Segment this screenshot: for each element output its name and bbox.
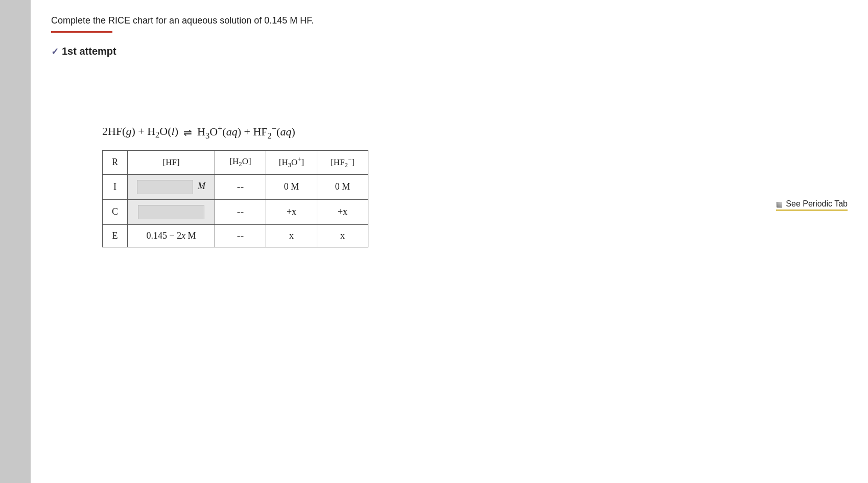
cell-c-h2o: -- <box>215 199 266 224</box>
col-header-hf2: [HF2−] <box>317 150 368 174</box>
cell-e-hf2: x <box>317 224 368 247</box>
row-label-e: E <box>103 224 128 247</box>
col-header-h2o: [H2O] <box>215 150 266 174</box>
table-row-e: E 0.145 − 2x M -- x x <box>103 224 368 247</box>
periodic-table-icon: ▦ <box>776 200 783 208</box>
row-label-c: C <box>103 199 128 224</box>
cell-i-h3o: 0 M <box>266 174 317 199</box>
value-e-hf: 0.145 − 2x M <box>146 231 196 241</box>
main-content: Complete the RICE chart for an aqueous s… <box>31 0 868 483</box>
cell-e-hf: 0.145 − 2x M <box>128 224 215 247</box>
see-periodic-link[interactable]: ▦ See Periodic Tab <box>776 199 848 211</box>
cell-e-h2o: -- <box>215 224 266 247</box>
cell-c-hf[interactable] <box>128 199 215 224</box>
cell-i-h2o: -- <box>215 174 266 199</box>
cell-i-hf[interactable]: M <box>128 174 215 199</box>
table-row-c: C -- +x +x <box>103 199 368 224</box>
input-i-hf[interactable] <box>137 180 193 194</box>
see-periodic-label: See Periodic Tab <box>786 199 848 209</box>
col-header-hf: [HF] <box>128 150 215 174</box>
table-row-i: I M -- 0 M 0 M <box>103 174 368 199</box>
equation-area: 2HF(g) + H2O(l) ⇌ H3O+(aq) + HF2−(aq) R … <box>102 124 848 247</box>
cell-c-h3o: +x <box>266 199 317 224</box>
attempt-label: 1st attempt <box>62 45 116 57</box>
equilibrium-arrow: ⇌ <box>183 126 192 139</box>
col-header-h3o: [H3O+] <box>266 150 317 174</box>
equation-right: H3O+(aq) + HF2−(aq) <box>197 124 295 141</box>
red-underline <box>51 31 112 33</box>
equation-left: 2HF(g) + H2O(l) <box>102 125 178 140</box>
question-text: Complete the RICE chart for an aqueous s… <box>51 15 848 26</box>
attempt-header: ✓ 1st attempt <box>51 45 848 57</box>
check-icon: ✓ <box>51 46 59 57</box>
input-c-hf[interactable] <box>138 205 204 219</box>
rice-table: R [HF] [H2O] [H3O+] [HF2−] I M -- 0 M <box>102 150 368 247</box>
unit-i-hf: M <box>198 181 205 191</box>
row-label-i: I <box>103 174 128 199</box>
sidebar <box>0 0 31 483</box>
cell-e-h3o: x <box>266 224 317 247</box>
cell-c-hf2: +x <box>317 199 368 224</box>
cell-i-hf2: 0 M <box>317 174 368 199</box>
equation: 2HF(g) + H2O(l) ⇌ H3O+(aq) + HF2−(aq) <box>102 124 848 141</box>
col-header-r: R <box>103 150 128 174</box>
